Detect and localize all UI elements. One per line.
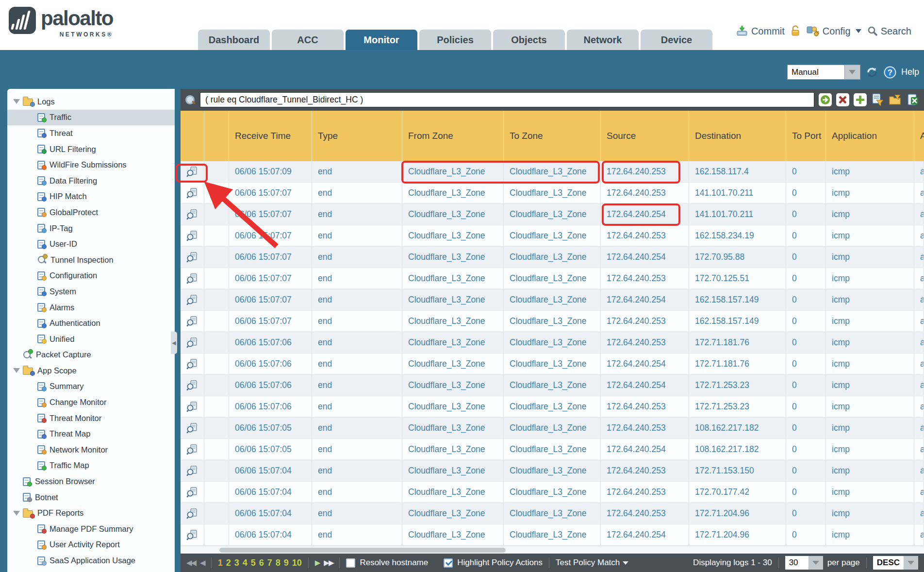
type-cell[interactable]: end bbox=[312, 353, 402, 374]
sidebar-item-botnet[interactable]: Botnet bbox=[7, 489, 175, 505]
column-header-type[interactable]: Type bbox=[312, 111, 402, 161]
receive-time-cell[interactable]: 06/06 15:07:04 bbox=[229, 460, 312, 481]
log-detail-button[interactable] bbox=[181, 183, 204, 203]
log-detail-button[interactable] bbox=[181, 332, 204, 353]
source-cell[interactable]: 172.64.240.253 bbox=[601, 183, 689, 203]
help-icon[interactable]: ? bbox=[884, 66, 896, 79]
from-zone-cell[interactable]: Cloudflare_L3_Zone bbox=[402, 268, 504, 289]
sidebar-item-summary[interactable]: Summary bbox=[7, 379, 175, 395]
type-cell[interactable]: end bbox=[312, 503, 402, 524]
from-zone-cell[interactable]: Cloudflare_L3_Zone bbox=[402, 396, 504, 417]
type-cell[interactable]: end bbox=[312, 418, 402, 438]
from-zone-cell[interactable]: Cloudflare_L3_Zone bbox=[402, 247, 504, 268]
sidebar-item-url-filtering[interactable]: URL Filtering bbox=[7, 141, 175, 157]
test-policy-match-button[interactable]: Test Policy Match bbox=[556, 558, 628, 568]
destination-cell[interactable]: 172.71.204.96 bbox=[689, 524, 786, 545]
sidebar-item-change-monitor[interactable]: Change Monitor bbox=[7, 394, 175, 410]
config-menu[interactable]: Config bbox=[806, 25, 861, 37]
from-zone-cell[interactable]: Cloudflare_L3_Zone bbox=[402, 183, 504, 203]
action-cell[interactable]: a bbox=[914, 353, 924, 374]
to-port-cell[interactable]: 0 bbox=[786, 460, 826, 481]
application-cell[interactable]: icmp bbox=[826, 289, 914, 310]
tree-expander-icon[interactable] bbox=[13, 99, 20, 104]
destination-cell[interactable]: 162.158.234.19 bbox=[689, 225, 786, 246]
to-port-cell[interactable]: 0 bbox=[786, 418, 826, 438]
sidebar-item-tunnel-inspection[interactable]: Tunnel Inspection bbox=[7, 252, 175, 268]
receive-time-cell[interactable]: 06/06 15:07:07 bbox=[229, 311, 312, 332]
sidebar-item-user-activity-report[interactable]: User Activity Report bbox=[7, 537, 175, 553]
to-zone-cell[interactable]: Cloudflare_L3_Zone bbox=[504, 311, 601, 332]
receive-time-cell[interactable]: 06/06 15:07:06 bbox=[229, 353, 312, 374]
log-detail-button[interactable] bbox=[181, 289, 204, 310]
to-zone-cell[interactable]: Cloudflare_L3_Zone bbox=[504, 439, 601, 460]
tree-expander-icon[interactable] bbox=[13, 511, 20, 516]
application-cell[interactable]: icmp bbox=[826, 396, 914, 417]
type-cell[interactable]: end bbox=[312, 289, 402, 310]
from-zone-cell[interactable]: Cloudflare_L3_Zone bbox=[402, 353, 504, 374]
receive-time-cell[interactable]: 06/06 15:07:04 bbox=[229, 524, 312, 545]
to-port-cell[interactable]: 0 bbox=[786, 332, 826, 353]
to-zone-cell[interactable]: Cloudflare_L3_Zone bbox=[504, 524, 601, 545]
receive-time-cell[interactable]: 06/06 15:07:04 bbox=[229, 503, 312, 524]
destination-cell[interactable]: 172.71.153.150 bbox=[689, 460, 786, 481]
to-port-cell[interactable]: 0 bbox=[786, 353, 826, 374]
to-zone-cell[interactable]: Cloudflare_L3_Zone bbox=[504, 332, 601, 353]
sidebar-item-user-id[interactable]: User-ID bbox=[7, 236, 175, 252]
last-page-button[interactable]: ▶▶ bbox=[324, 558, 333, 567]
source-cell[interactable]: 172.64.240.253 bbox=[601, 482, 689, 503]
next-page-button[interactable]: ▶ bbox=[315, 558, 320, 567]
log-detail-button[interactable] bbox=[181, 225, 204, 246]
sidebar-item-threat[interactable]: Threat bbox=[7, 125, 175, 141]
destination-cell[interactable]: 162.158.157.149 bbox=[689, 311, 786, 332]
source-cell[interactable]: 172.64.240.253 bbox=[601, 225, 689, 246]
to-port-cell[interactable]: 0 bbox=[786, 311, 826, 332]
from-zone-cell[interactable]: Cloudflare_L3_Zone bbox=[402, 482, 504, 503]
destination-cell[interactable]: 162.158.157.149 bbox=[689, 289, 786, 310]
log-detail-button[interactable] bbox=[181, 311, 204, 332]
action-cell[interactable]: a bbox=[914, 332, 924, 353]
column-header-action[interactable]: A bbox=[914, 111, 924, 161]
to-zone-cell[interactable]: Cloudflare_L3_Zone bbox=[504, 482, 601, 503]
source-cell[interactable]: 172.64.240.254 bbox=[601, 247, 689, 268]
action-cell[interactable]: a bbox=[914, 311, 924, 332]
destination-cell[interactable]: 108.162.217.182 bbox=[689, 418, 786, 438]
type-cell[interactable]: end bbox=[312, 247, 402, 268]
action-cell[interactable]: a bbox=[914, 460, 924, 481]
log-detail-button[interactable] bbox=[181, 375, 204, 396]
type-cell[interactable]: end bbox=[312, 161, 402, 182]
from-zone-cell[interactable]: Cloudflare_L3_Zone bbox=[402, 439, 504, 460]
column-header-destination[interactable]: Destination bbox=[689, 111, 786, 161]
column-header-to-port[interactable]: To Port bbox=[786, 111, 826, 161]
log-detail-button[interactable] bbox=[181, 482, 204, 503]
sidebar-collapse-handle[interactable]: ◄ bbox=[171, 332, 177, 354]
column-header-source[interactable]: Source bbox=[601, 111, 689, 161]
search-button[interactable]: Search bbox=[867, 26, 911, 37]
from-zone-cell[interactable]: Cloudflare_L3_Zone bbox=[402, 204, 504, 225]
from-zone-cell[interactable]: Cloudflare_L3_Zone bbox=[402, 225, 504, 246]
sidebar-item-hip-match[interactable]: HIP Match bbox=[7, 189, 175, 205]
action-cell[interactable]: a bbox=[914, 418, 924, 438]
application-cell[interactable]: icmp bbox=[826, 353, 914, 374]
column-header-receive-time[interactable]: Receive Time bbox=[229, 111, 312, 161]
source-cell[interactable]: 172.64.240.254 bbox=[601, 353, 689, 374]
column-header-flags[interactable] bbox=[204, 111, 229, 161]
sidebar-item-app-scope[interactable]: App Scope bbox=[7, 363, 175, 379]
receive-time-cell[interactable]: 06/06 15:07:07 bbox=[229, 225, 312, 246]
receive-time-cell[interactable]: 06/06 15:07:07 bbox=[229, 247, 312, 268]
action-cell[interactable]: a bbox=[914, 161, 924, 182]
application-cell[interactable]: icmp bbox=[826, 482, 914, 503]
source-cell[interactable]: 172.64.240.253 bbox=[601, 268, 689, 289]
to-zone-cell[interactable]: Cloudflare_L3_Zone bbox=[504, 183, 601, 203]
sort-order-select[interactable]: DESC bbox=[873, 556, 918, 570]
receive-time-cell[interactable]: 06/06 15:07:06 bbox=[229, 332, 312, 353]
receive-time-cell[interactable]: 06/06 15:07:09 bbox=[229, 161, 312, 182]
source-cell[interactable]: 172.64.240.253 bbox=[601, 332, 689, 353]
first-page-button[interactable]: ◀◀ bbox=[186, 558, 196, 567]
to-port-cell[interactable]: 0 bbox=[786, 396, 826, 417]
page-number[interactable]: 5 bbox=[251, 558, 256, 568]
page-number[interactable]: 2 bbox=[226, 558, 231, 568]
to-port-cell[interactable]: 0 bbox=[786, 503, 826, 524]
application-cell[interactable]: icmp bbox=[826, 439, 914, 460]
source-cell[interactable]: 172.64.240.253 bbox=[601, 161, 689, 182]
action-cell[interactable]: a bbox=[914, 268, 924, 289]
